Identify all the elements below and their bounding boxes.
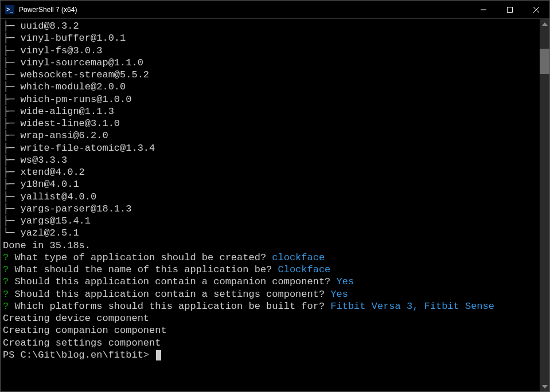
package-item: ├─ widest-line@3.1.0 bbox=[3, 117, 540, 130]
done-line: Done in 35.18s. bbox=[3, 240, 540, 252]
close-button[interactable] bbox=[523, 1, 549, 18]
package-item: ├─ ws@3.3.3 bbox=[3, 154, 540, 166]
package-item: ├─ vinyl-sourcemap@1.1.0 bbox=[3, 57, 540, 69]
prompt-line: ? Should this application contain a sett… bbox=[3, 288, 540, 300]
ps-prompt: PS C:\Git\blog.en\fitbit> bbox=[3, 350, 155, 360]
package-item: ├─ write-file-atomic@1.3.4 bbox=[3, 142, 540, 154]
status-line: Creating companion component bbox=[3, 324, 540, 336]
package-item: ├─ yargs-parser@18.1.3 bbox=[3, 203, 540, 215]
minimize-button[interactable] bbox=[470, 1, 497, 18]
package-item: ├─ uuid@8.3.2 bbox=[3, 20, 540, 32]
prompt-question: Should this application contain a settin… bbox=[14, 289, 325, 300]
prompt-answer: Yes bbox=[330, 289, 348, 300]
package-item: ├─ vinyl-fs@3.0.3 bbox=[3, 45, 540, 57]
prompt-question: What type of application should be creat… bbox=[14, 252, 266, 263]
window-title: PowerShell 7 (x64) bbox=[19, 6, 77, 14]
prompt-question: Should this application contain a compan… bbox=[14, 276, 330, 287]
prompt-answer: Yes bbox=[337, 276, 354, 287]
prompt-question: What should the name of this application… bbox=[14, 264, 272, 275]
package-item: ├─ wrap-ansi@6.2.0 bbox=[3, 130, 540, 142]
package-item: ├─ y18n@4.0.1 bbox=[3, 178, 540, 190]
prompt-answer: Clockface bbox=[278, 264, 330, 275]
scrollbar[interactable] bbox=[540, 19, 549, 391]
package-item: ├─ yargs@15.4.1 bbox=[3, 215, 540, 227]
status-line: Creating device component bbox=[3, 312, 540, 324]
terminal-area: ├─ uuid@8.3.2├─ vinyl-buffer@1.0.1├─ vin… bbox=[1, 19, 549, 391]
svg-rect-1 bbox=[508, 7, 513, 12]
scroll-down-arrow[interactable] bbox=[540, 382, 549, 391]
question-mark-icon: ? bbox=[3, 276, 9, 287]
question-mark-icon: ? bbox=[3, 289, 9, 300]
question-mark-icon: ? bbox=[3, 252, 9, 263]
package-item: └─ yazl@2.5.1 bbox=[3, 227, 540, 239]
titlebar-buttons bbox=[470, 1, 549, 18]
package-item: ├─ which-module@2.0.0 bbox=[3, 81, 540, 93]
terminal-content[interactable]: ├─ uuid@8.3.2├─ vinyl-buffer@1.0.1├─ vin… bbox=[1, 19, 540, 391]
titlebar-left: >_ PowerShell 7 (x64) bbox=[1, 5, 77, 14]
package-item: ├─ websocket-stream@5.5.2 bbox=[3, 69, 540, 81]
powershell-window: >_ PowerShell 7 (x64) ├─ uuid@8.3.2├─ vi… bbox=[0, 0, 550, 392]
ps-prompt-line[interactable]: PS C:\Git\blog.en\fitbit> bbox=[3, 349, 540, 361]
package-item: ├─ which-pm-runs@1.0.0 bbox=[3, 93, 540, 105]
status-line: Creating settings component bbox=[3, 337, 540, 349]
package-item: ├─ vinyl-buffer@1.0.1 bbox=[3, 32, 540, 44]
powershell-icon: >_ bbox=[5, 5, 14, 14]
question-mark-icon: ? bbox=[3, 264, 9, 275]
prompt-answer: clockface bbox=[272, 252, 325, 263]
package-item: ├─ xtend@4.0.2 bbox=[3, 166, 540, 178]
scroll-thumb[interactable] bbox=[540, 49, 549, 74]
prompt-line: ? What should the name of this applicati… bbox=[3, 264, 540, 276]
prompt-answer: Fitbit Versa 3, Fitbit Sense bbox=[330, 301, 494, 312]
scroll-up-arrow[interactable] bbox=[540, 19, 549, 29]
prompt-question: Which platforms should this application … bbox=[14, 301, 325, 312]
prompt-line: ? Which platforms should this applicatio… bbox=[3, 300, 540, 312]
question-mark-icon: ? bbox=[3, 301, 9, 312]
package-item: ├─ wide-align@1.1.3 bbox=[3, 105, 540, 117]
maximize-button[interactable] bbox=[497, 1, 523, 18]
prompt-line: ? Should this application contain a comp… bbox=[3, 276, 540, 288]
prompt-line: ? What type of application should be cre… bbox=[3, 252, 540, 264]
package-item: ├─ yallist@4.0.0 bbox=[3, 191, 540, 203]
cursor bbox=[156, 350, 161, 360]
titlebar[interactable]: >_ PowerShell 7 (x64) bbox=[1, 1, 549, 19]
